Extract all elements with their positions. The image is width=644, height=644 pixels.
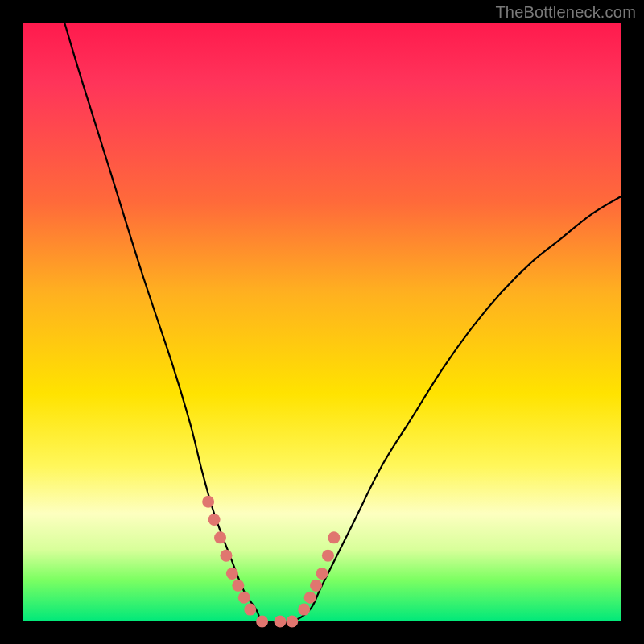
highlight-dot xyxy=(220,550,232,562)
highlight-dot xyxy=(238,592,250,604)
plot-area xyxy=(23,23,621,621)
chart-frame: TheBottleneck.com xyxy=(0,0,644,644)
highlight-dot xyxy=(214,531,226,543)
highlight-dot xyxy=(232,580,244,592)
highlight-dot xyxy=(304,592,316,604)
watermark-text: TheBottleneck.com xyxy=(495,3,636,22)
highlight-dot xyxy=(316,568,328,580)
highlight-dots xyxy=(202,496,340,628)
highlight-dot xyxy=(244,604,256,616)
curve-path xyxy=(64,23,621,622)
highlight-dot xyxy=(202,496,214,508)
highlight-dot xyxy=(328,531,340,543)
highlight-dot xyxy=(286,616,298,628)
highlight-dot xyxy=(310,580,322,592)
highlight-dot xyxy=(322,550,334,562)
chart-svg xyxy=(23,23,621,621)
highlight-dot xyxy=(226,568,238,580)
highlight-dot xyxy=(298,604,310,616)
highlight-dot xyxy=(208,514,221,526)
highlight-dot xyxy=(256,616,268,628)
highlight-dot xyxy=(274,616,286,628)
